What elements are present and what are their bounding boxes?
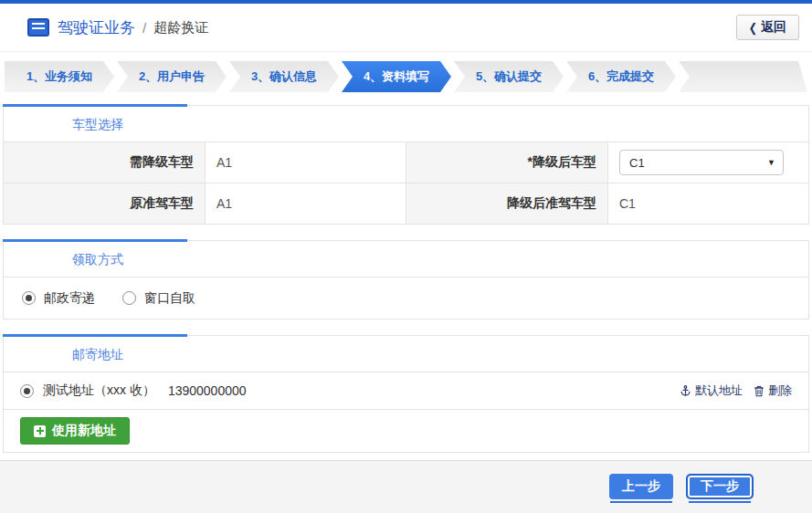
window-pickup-label: 窗口自取: [144, 290, 195, 307]
post-downgrade-type-select[interactable]: C1 ▼: [619, 150, 784, 175]
next-step-button[interactable]: 下一步: [686, 474, 754, 499]
address-phone: 13900000000: [168, 383, 247, 398]
address-entry-row: 测试地址（xxx 收） 13900000000 默认地址: [4, 372, 808, 410]
step-6-complete-submit[interactable]: 6、完成提交: [566, 61, 676, 92]
step-5-confirm-submit[interactable]: 5、确认提交: [454, 61, 564, 92]
vehicle-row-1: 需降级车型 A1 *降级后车型 C1 ▼: [4, 142, 808, 183]
radio-checked-icon: [22, 291, 36, 305]
caret-down-icon: ▼: [767, 158, 775, 167]
section-title-mailing-address: 邮寄地址: [4, 336, 808, 372]
postal-delivery-label: 邮政寄递: [44, 290, 95, 307]
footer-bar: 上一步 下一步: [0, 460, 812, 513]
prev-step-button[interactable]: 上一步: [609, 474, 673, 499]
vehicle-row-2: 原准驾车型 A1 降级后准驾车型 C1: [4, 183, 808, 224]
radio-option-window-pickup[interactable]: 窗口自取: [122, 290, 195, 307]
main-content: 车型选择 需降级车型 A1 *降级后车型 C1 ▼ 原准驾车型 A1 降级后准驾…: [0, 92, 812, 460]
chevron-left-icon: ❮: [749, 20, 757, 35]
back-button-label: 返回: [761, 19, 786, 36]
address-text: 测试地址（xxx 收）: [43, 382, 155, 399]
radio-unchecked-icon: [122, 291, 136, 305]
label-downgrade-required-type: 需降级车型: [4, 142, 206, 183]
label-original-permitted-type: 原准驾车型: [4, 183, 206, 224]
add-new-address-button[interactable]: 使用新地址: [20, 417, 130, 445]
step-2-user-declaration[interactable]: 2、用户申告: [117, 61, 227, 92]
section-title-pickup-method: 领取方式: [4, 241, 808, 277]
step-filler: [679, 61, 807, 92]
address-links: 默认地址 删除: [680, 382, 792, 399]
section-mailing-address: 邮寄地址 测试地址（xxx 收） 13900000000 默认地址: [3, 335, 809, 453]
value-post-downgrade-permitted-type: C1: [608, 183, 808, 224]
page-title: 驾驶证业务: [58, 17, 135, 38]
page: 驾驶证业务 / 超龄换证 ❮ 返回 1、业务须知 2、用户申告 3、确认信息 4…: [0, 0, 812, 513]
post-downgrade-type-select-value: C1: [629, 156, 645, 170]
section-pickup-method: 领取方式 邮政寄递 窗口自取: [3, 240, 809, 319]
value-original-permitted-type: A1: [206, 183, 406, 224]
trash-icon: [754, 385, 765, 397]
address-radio[interactable]: [20, 384, 34, 398]
section-accent-line: [3, 334, 187, 337]
radio-option-postal-delivery[interactable]: 邮政寄递: [22, 290, 95, 307]
delete-address-label: 删除: [768, 382, 792, 399]
step-3-confirm-info[interactable]: 3、确认信息: [229, 61, 339, 92]
section-vehicle-type: 车型选择 需降级车型 A1 *降级后车型 C1 ▼ 原准驾车型 A1 降级后准驾…: [3, 105, 809, 225]
default-address-link[interactable]: 默认地址: [680, 382, 743, 399]
step-1-business-notice[interactable]: 1、业务须知: [5, 61, 114, 92]
add-new-address-label: 使用新地址: [52, 423, 116, 439]
add-address-row: 使用新地址: [4, 410, 808, 452]
back-button[interactable]: ❮ 返回: [736, 15, 799, 40]
anchor-icon: [680, 384, 691, 397]
section-title-vehicle-type: 车型选择: [4, 106, 808, 142]
delete-address-link[interactable]: 删除: [754, 382, 792, 399]
breadcrumb-separator: /: [142, 20, 146, 36]
page-subtitle: 超龄换证: [153, 19, 208, 37]
pickup-options-row: 邮政寄递 窗口自取: [4, 277, 808, 319]
steps-bar: 1、业务须知 2、用户申告 3、确认信息 4、资料填写 5、确认提交 6、完成提…: [5, 61, 807, 92]
value-downgrade-required-type: A1: [206, 142, 406, 183]
label-post-downgrade-permitted-type: 降级后准驾车型: [406, 183, 608, 224]
label-post-downgrade-type: *降级后车型: [406, 142, 608, 183]
page-header: 驾驶证业务 / 超龄换证 ❮ 返回: [0, 4, 812, 52]
step-4-fill-in-data[interactable]: 4、资料填写: [342, 61, 451, 92]
plus-icon: [34, 425, 46, 437]
section-accent-line: [3, 104, 187, 107]
section-accent-line: [3, 239, 187, 242]
license-business-icon: [27, 18, 49, 37]
default-address-label: 默认地址: [695, 382, 743, 399]
